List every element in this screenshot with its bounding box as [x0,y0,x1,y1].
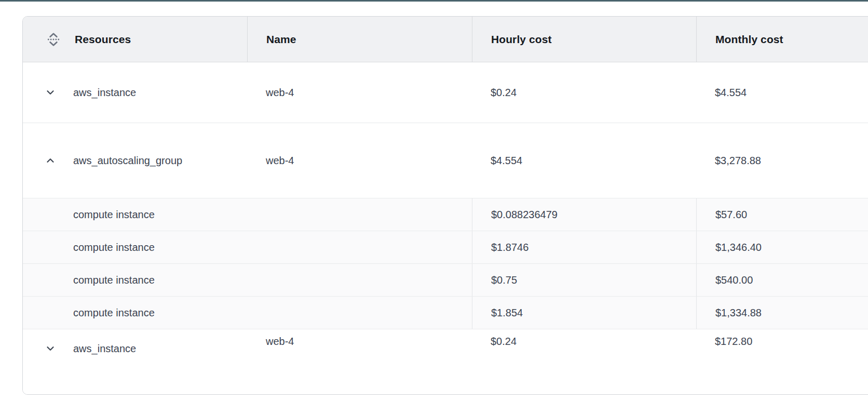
hourly-cost-value: $0.24 [491,336,517,348]
cost-breakdown-table: Resources Name Hourly cost Monthly cost … [22,16,868,395]
monthly-cost-value: $540.00 [715,274,753,286]
resources-cell: aws_instance [23,329,247,394]
cost-component-row: compute instance $1.854 $1,334.88 [23,296,868,329]
monthly-cost-value: $1,346.40 [715,242,762,253]
hourly-cost-value: $1.8746 [491,242,528,253]
drag-handle-icon[interactable] [45,31,62,48]
cost-component-label: compute instance [73,242,155,253]
column-header-name: Name [247,17,472,62]
monthly-cost-cell: $172.80 [696,329,868,394]
resources-cell: aws_autoscaling_group [23,123,247,198]
monthly-cost-cell: $4.554 [696,62,868,123]
hourly-cost-cell: $4.554 [472,123,696,198]
column-header-label-monthly-cost: Monthly cost [715,33,783,46]
cost-component-cell: compute instance [23,231,472,263]
table-header-row: Resources Name Hourly cost Monthly cost [23,17,868,62]
cost-component-row: compute instance $0.75 $540.00 [23,263,868,296]
name-cell: web-4 [247,329,472,394]
name-cell: web-4 [247,62,472,123]
column-header-label-name: Name [266,33,296,46]
monthly-cost-value: $1,334.88 [715,307,762,319]
resource-type-label: aws_instance [73,87,136,99]
monthly-cost-cell: $540.00 [696,264,868,296]
monthly-cost-cell: $3,278.88 [696,123,868,198]
chevron-down-icon[interactable] [45,343,56,354]
monthly-cost-cell: $57.60 [696,198,868,231]
top-accent-bar [0,0,868,2]
cost-component-label: compute instance [73,274,155,286]
monthly-cost-cell: $1,334.88 [696,297,868,329]
resource-name: web-4 [266,336,294,348]
cost-component-label: compute instance [73,209,155,221]
hourly-cost-cell: $0.088236479 [472,198,696,231]
hourly-cost-value: $1.854 [491,307,523,319]
chevron-down-icon[interactable] [45,87,56,98]
name-cell: web-4 [247,123,472,198]
resource-row: aws_instance web-4 $0.24 $4.554 [23,62,868,123]
hourly-cost-value: $0.75 [491,274,517,286]
cost-component-label: compute instance [73,307,155,319]
table-body: aws_instance web-4 $0.24 $4.554 aws_auto… [23,62,868,394]
resource-type-label: aws_autoscaling_group [73,155,182,167]
hourly-cost-cell: $0.24 [472,329,696,394]
cost-component-cell: compute instance [23,198,472,231]
hourly-cost-value: $0.088236479 [491,209,558,221]
resources-cell: aws_instance [23,62,247,123]
column-header-resources: Resources [23,17,247,62]
hourly-cost-cell: $0.75 [472,264,696,296]
monthly-cost-value: $4.554 [715,87,747,99]
cost-component-row: compute instance $0.088236479 $57.60 [23,198,868,231]
column-header-monthly-cost: Monthly cost [696,17,868,62]
resource-name: web-4 [266,87,294,99]
resource-type-label: aws_instance [73,343,136,355]
column-header-label-hourly-cost: Hourly cost [491,33,552,46]
resource-row: aws_instance web-4 $0.24 $172.80 [23,329,868,394]
resource-row: aws_autoscaling_group web-4 $4.554 $3,27… [23,123,868,198]
monthly-cost-cell: $1,346.40 [696,231,868,263]
column-header-label-resources: Resources [75,33,131,46]
monthly-cost-value: $3,278.88 [715,155,761,167]
monthly-cost-value: $57.60 [715,209,747,221]
hourly-cost-cell: $0.24 [472,62,696,123]
hourly-cost-value: $4.554 [491,155,522,167]
column-header-hourly-cost: Hourly cost [472,17,696,62]
cost-component-cell: compute instance [23,264,472,296]
hourly-cost-cell: $1.8746 [472,231,696,263]
monthly-cost-value: $172.80 [715,336,752,348]
resource-name: web-4 [266,155,294,167]
cost-component-row: compute instance $1.8746 $1,346.40 [23,231,868,263]
hourly-cost-value: $0.24 [491,87,517,99]
hourly-cost-cell: $1.854 [472,297,696,329]
cost-component-cell: compute instance [23,297,472,329]
chevron-up-icon[interactable] [45,155,56,166]
